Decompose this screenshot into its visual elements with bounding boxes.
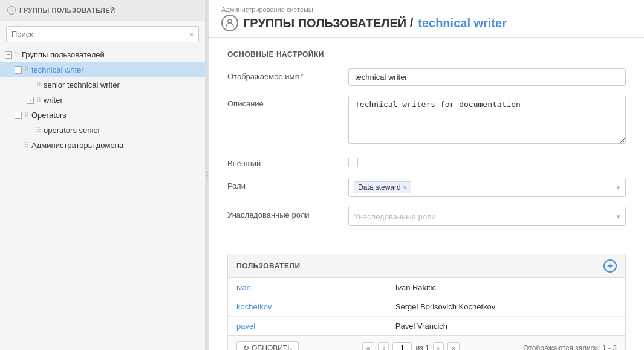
description-textarea[interactable] xyxy=(348,96,626,144)
resizer-handle xyxy=(207,172,208,178)
tree-item-tech-writer[interactable]: −⠿technical writer xyxy=(0,62,205,77)
user-fullname: Ivan Rakitic xyxy=(387,278,625,297)
sidebar-icon: ○ xyxy=(7,6,16,15)
tree-item-root[interactable]: −⠿Группы пользователей xyxy=(0,47,205,62)
add-user-button[interactable]: + xyxy=(603,259,617,273)
inherited-roles-control: Унаследованные роли ▾ xyxy=(348,207,626,226)
page-title-static: ГРУППЫ ПОЛЬЗОВАТЕЛЕЙ / xyxy=(243,16,413,30)
user-username[interactable]: kochetkov xyxy=(228,297,387,317)
drag-handle-admins[interactable]: ⠿ xyxy=(24,141,29,149)
page-title-highlight: technical writer xyxy=(418,16,507,30)
users-section-header: ПОЛЬЗОВАТЕЛИ + xyxy=(228,254,625,278)
search-input[interactable] xyxy=(6,26,199,42)
external-row: Внешний xyxy=(227,155,626,168)
table-row: pavelPavel Vrancich xyxy=(228,317,625,336)
search-clear-icon[interactable]: × xyxy=(189,30,194,39)
tree-label-root: Группы пользователей xyxy=(22,50,200,59)
tree: −⠿Группы пользователей−⠿technical writer… xyxy=(0,47,205,350)
table-row: kochetkovSergei Borisovich Kochetkov xyxy=(228,297,625,317)
drag-handle-operators-senior[interactable]: ⠿ xyxy=(36,126,41,134)
last-page-button[interactable]: » xyxy=(447,342,460,350)
tree-label-operators-senior: operators senior xyxy=(44,126,200,135)
breadcrumb: Администрирование системы xyxy=(221,6,632,13)
description-control xyxy=(348,96,626,146)
tree-toggle-tech-writer[interactable]: − xyxy=(15,66,22,74)
sidebar: ○ ГРУППЫ ПОЛЬЗОВАТЕЛЕЙ × −⠿Группы пользо… xyxy=(0,0,206,350)
external-checkbox[interactable] xyxy=(348,158,358,167)
tree-label-senior-tech-writer: senior technical writer xyxy=(44,80,200,89)
drag-handle-senior-tech-writer[interactable]: ⠿ xyxy=(36,81,41,89)
refresh-icon: ↻ xyxy=(243,344,249,350)
refresh-button[interactable]: ↻ ОБНОВИТЬ xyxy=(236,341,299,350)
users-table: ivanIvan RakitickochetkovSergei Borisovi… xyxy=(228,278,625,335)
form-area: ОСНОВНЫЕ НАСТРОЙКИ Отображаемое имя* Опи… xyxy=(209,38,644,248)
display-name-row: Отображаемое имя* xyxy=(227,68,626,86)
tree-label-operators: Operators xyxy=(31,111,200,120)
user-username[interactable]: ivan xyxy=(228,278,387,297)
external-control xyxy=(348,155,626,167)
users-section-title: ПОЛЬЗОВАТЕЛИ xyxy=(236,262,301,270)
inherited-roles-input[interactable]: Унаследованные роли ▾ xyxy=(348,207,626,226)
role-tag-label: Data steward xyxy=(358,183,401,192)
display-name-label: Отображаемое имя* xyxy=(227,68,348,81)
section-title: ОСНОВНЫЕ НАСТРОЙКИ xyxy=(227,50,626,59)
tree-item-senior-tech-writer[interactable]: ⠿senior technical writer xyxy=(0,77,205,92)
tree-label-tech-writer: technical writer xyxy=(31,65,200,74)
roles-row: Роли Data steward × ▾ xyxy=(227,178,626,197)
display-name-control xyxy=(348,68,626,86)
user-username[interactable]: pavel xyxy=(228,317,387,336)
records-info: Отображаются записи: 1 - 3 xyxy=(523,344,617,350)
main-content: Администрирование системы ГРУППЫ ПОЛЬЗОВ… xyxy=(209,0,644,350)
page-total: из 1 xyxy=(415,344,429,350)
user-fullname: Sergei Borisovich Kochetkov xyxy=(387,297,625,317)
next-page-button[interactable]: › xyxy=(433,342,444,350)
tree-toggle-operators[interactable]: − xyxy=(15,112,22,119)
drag-handle-root[interactable]: ⠿ xyxy=(15,51,19,59)
roles-label: Роли xyxy=(227,178,348,190)
page-input[interactable] xyxy=(392,342,412,350)
tree-label-writer: writer xyxy=(44,96,200,105)
tree-toggle-root[interactable]: − xyxy=(5,51,12,59)
roles-dropdown-arrow[interactable]: ▾ xyxy=(617,184,620,192)
tree-toggle-writer[interactable]: + xyxy=(27,97,34,104)
description-row: Описание xyxy=(227,96,626,146)
display-name-input[interactable] xyxy=(348,68,626,86)
pagination-controls: « ‹ из 1 › » xyxy=(362,342,460,350)
tree-label-admins: Администраторы домена xyxy=(31,141,200,150)
prev-page-button[interactable]: ‹ xyxy=(378,342,389,350)
user-fullname: Pavel Vrancich xyxy=(387,317,625,336)
inherited-roles-placeholder: Унаследованные роли xyxy=(354,212,435,221)
page-title-container: ГРУППЫ ПОЛЬЗОВАТЕЛЕЙ / technical writer xyxy=(221,15,632,31)
inherited-roles-row: Унаследованные роли Унаследованные роли … xyxy=(227,207,626,226)
drag-handle-writer[interactable]: ⠿ xyxy=(36,96,41,104)
drag-handle-tech-writer[interactable]: ⠿ xyxy=(24,66,29,74)
external-label: Внешний xyxy=(227,155,348,168)
description-label: Описание xyxy=(227,96,348,108)
table-row: ivanIvan Rakitic xyxy=(228,278,625,297)
sidebar-title: ГРУППЫ ПОЛЬЗОВАТЕЛЕЙ xyxy=(19,7,115,14)
drag-handle-operators[interactable]: ⠿ xyxy=(24,111,29,119)
roles-input[interactable]: Data steward × ▾ xyxy=(348,178,626,197)
page-title-icon xyxy=(221,15,238,31)
tree-item-admins[interactable]: ⠿Администраторы домена xyxy=(0,138,205,153)
roles-control: Data steward × ▾ xyxy=(348,178,626,197)
first-page-button[interactable]: « xyxy=(362,342,375,350)
refresh-label: ОБНОВИТЬ xyxy=(252,344,292,350)
svg-point-0 xyxy=(228,19,232,23)
search-box: × xyxy=(0,21,205,47)
inherited-roles-arrow[interactable]: ▾ xyxy=(617,213,620,221)
tree-item-operators-senior[interactable]: ⠿operators senior xyxy=(0,123,205,138)
users-section: ПОЛЬЗОВАТЕЛИ + ivanIvan Rakitickochetkov… xyxy=(227,254,626,350)
pagination-bar: ↻ ОБНОВИТЬ « ‹ из 1 › » Отображаются зап… xyxy=(228,335,625,350)
inherited-roles-label: Унаследованные роли xyxy=(227,207,348,219)
tree-item-writer[interactable]: +⠿writer xyxy=(0,92,205,108)
role-tag-close[interactable]: × xyxy=(403,184,407,191)
tree-item-operators[interactable]: −⠿Operators xyxy=(0,108,205,123)
sidebar-header: ○ ГРУППЫ ПОЛЬЗОВАТЕЛЕЙ xyxy=(0,0,205,21)
role-tag[interactable]: Data steward × xyxy=(354,181,411,193)
main-header: Администрирование системы ГРУППЫ ПОЛЬЗОВ… xyxy=(209,0,644,38)
